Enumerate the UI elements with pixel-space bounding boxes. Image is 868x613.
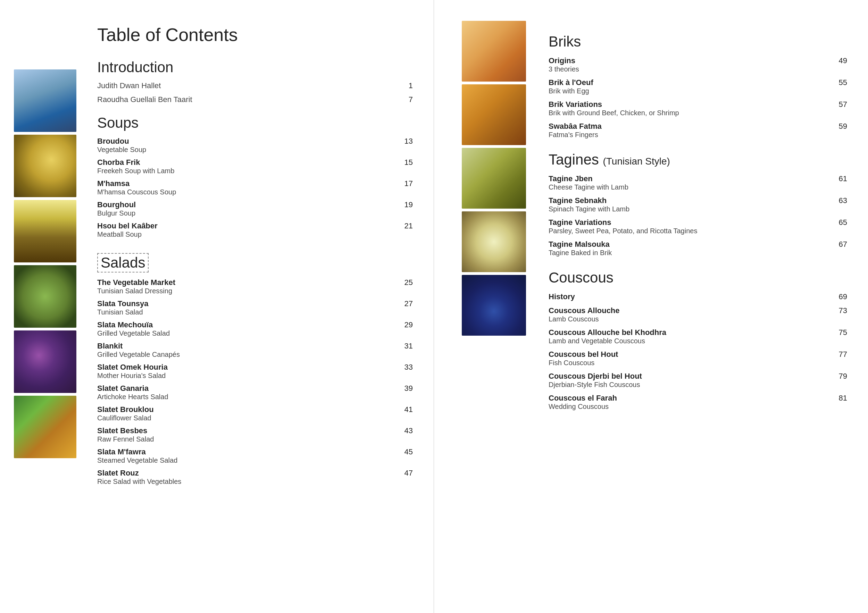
soup-subtitle-4: Meatball Soup — [97, 231, 399, 238]
couscous-title-3: Couscous bel Hout — [549, 350, 833, 359]
right-image-2 — [462, 84, 526, 145]
brik-page-2: 57 — [833, 100, 847, 109]
brik-subtitle-1: Brik with Egg — [549, 87, 833, 95]
salad-page-6: 41 — [399, 405, 413, 414]
soup-page-4: 21 — [399, 221, 413, 231]
right-image-5 — [462, 275, 526, 336]
salad-entry-3: Blankit Grilled Vegetable Canapés 31 — [97, 342, 413, 359]
intro-entry-2: Raoudha Guellali Ben Taarit 7 — [97, 95, 413, 104]
soup-entry-2: M'hamsa M'hamsa Couscous Soup 17 — [97, 179, 413, 196]
brik-subtitle-2: Brik with Ground Beef, Chicken, or Shrim… — [549, 109, 833, 117]
couscous-page-1: 73 — [833, 306, 847, 315]
tagine-page-2: 65 — [833, 218, 847, 227]
salad-entry-0: The Vegetable Market Tunisian Salad Dres… — [97, 278, 413, 295]
image-6 — [14, 396, 76, 458]
brik-page-1: 55 — [833, 78, 847, 87]
salad-title-1: Slata Tounsya — [97, 299, 399, 308]
intro-page-1: 1 — [409, 81, 413, 90]
right-image-1 — [462, 21, 526, 82]
soup-entry-3: Bourghoul Bulgur Soup 19 — [97, 200, 413, 217]
salads-section: Salads The Vegetable Market Tunisian Sal… — [97, 243, 413, 486]
salad-page-2: 29 — [399, 320, 413, 330]
salad-page-5: 39 — [399, 384, 413, 393]
couscous-entry-5: Couscous el Farah Wedding Couscous 81 — [549, 394, 847, 411]
intro-name-2: Raoudha Guellali Ben Taarit — [97, 95, 192, 104]
salad-title-4: Slatet Omek Houria — [97, 363, 399, 372]
intro-entry-1: Judith Dwan Hallet 1 — [97, 81, 413, 90]
soup-subtitle-2: M'hamsa Couscous Soup — [97, 188, 399, 196]
right-image-4 — [462, 211, 526, 272]
salad-subtitle-1: Tunisian Salad — [97, 308, 399, 316]
salad-page-7: 43 — [399, 426, 413, 435]
tagine-subtitle-0: Cheese Tagine with Lamb — [549, 183, 833, 191]
salad-entry-5: Slatet Ganaria Artichoke Hearts Salad 39 — [97, 384, 413, 401]
soup-page-0: 13 — [399, 137, 413, 146]
introduction-heading: Introduction — [97, 59, 413, 76]
salad-title-3: Blankit — [97, 342, 399, 351]
salad-subtitle-8: Steamed Vegetable Salad — [97, 457, 399, 464]
tagine-entry-0: Tagine Jben Cheese Tagine with Lamb 61 — [549, 174, 847, 191]
tagine-subtitle-3: Tagine Baked in Brik — [549, 249, 833, 257]
couscous-title-1: Couscous Allouche — [549, 306, 833, 315]
salad-entry-9: Slatet Rouz Rice Salad with Vegetables 4… — [97, 469, 413, 486]
salad-entry-8: Slata M'fawra Steamed Vegetable Salad 45 — [97, 447, 413, 464]
couscous-entry-0: History 69 — [549, 292, 847, 301]
couscous-title-2: Couscous Allouche bel Khodhra — [549, 328, 833, 337]
soup-page-3: 19 — [399, 200, 413, 209]
tagine-entry-2: Tagine Variations Parsley, Sweet Pea, Po… — [549, 218, 847, 235]
soup-entry-0: Broudou Vegetable Soup 13 — [97, 137, 413, 154]
couscous-page-2: 75 — [833, 328, 847, 337]
salads-heading: Salads — [97, 253, 149, 272]
salad-entry-6: Slatet Brouklou Cauliflower Salad 41 — [97, 405, 413, 422]
salad-subtitle-2: Grilled Vegetable Salad — [97, 330, 399, 337]
soup-title-1: Chorba Frik — [97, 158, 399, 167]
tagine-entry-3: Tagine Malsouka Tagine Baked in Brik 67 — [549, 240, 847, 257]
soup-subtitle-3: Bulgur Soup — [97, 209, 399, 217]
toc-content: Table of Contents Introduction Judith Dw… — [83, 21, 413, 592]
couscous-subtitle-5: Wedding Couscous — [549, 402, 833, 411]
tagines-heading-sub: (Tunisian Style) — [603, 156, 670, 167]
brik-subtitle-3: Fatma's Fingers — [549, 131, 833, 139]
salad-title-7: Slatet Besbes — [97, 426, 399, 435]
tagines-heading: Tagines (Tunisian Style) — [549, 151, 847, 168]
couscous-subtitle-3: Fish Couscous — [549, 359, 833, 367]
tagine-page-0: 61 — [833, 174, 847, 183]
soup-entry-1: Chorba Frik Freekeh Soup with Lamb 15 — [97, 158, 413, 175]
soups-heading: Soups — [97, 115, 413, 131]
tagine-subtitle-1: Spinach Tagine with Lamb — [549, 205, 833, 213]
tagines-section: Tagines (Tunisian Style) Tagine Jben Che… — [549, 151, 847, 257]
couscous-page-5: 81 — [833, 394, 847, 402]
salad-title-2: Slata Mechouïa — [97, 320, 399, 330]
salad-subtitle-9: Rice Salad with Vegetables — [97, 478, 399, 486]
salad-subtitle-5: Artichoke Hearts Salad — [97, 393, 399, 401]
right-image-column — [462, 21, 531, 592]
brik-entry-0: Origins 3 theories 49 — [549, 56, 847, 73]
briks-heading: Briks — [549, 33, 847, 50]
salad-entry-1: Slata Tounsya Tunisian Salad 27 — [97, 299, 413, 316]
couscous-entry-1: Couscous Allouche Lamb Couscous 73 — [549, 306, 847, 323]
couscous-page-3: 77 — [833, 350, 847, 359]
brik-entry-1: Brik à l'Oeuf Brik with Egg 55 — [549, 78, 847, 95]
right-toc-content: Briks Origins 3 theories 49 Brik à l'Oeu… — [531, 21, 847, 592]
salad-entry-7: Slatet Besbes Raw Fennel Salad 43 — [97, 426, 413, 443]
couscous-section: Couscous History 69 Couscous Allouche La… — [549, 269, 847, 411]
image-5 — [14, 330, 76, 393]
soup-page-2: 17 — [399, 179, 413, 188]
brik-subtitle-0: 3 theories — [549, 65, 833, 73]
tagine-entry-1: Tagine Sebnakh Spinach Tagine with Lamb … — [549, 196, 847, 213]
salad-title-5: Slatet Ganaria — [97, 384, 399, 393]
couscous-page-4: 79 — [833, 372, 847, 381]
brik-title-0: Origins — [549, 56, 833, 65]
brik-title-1: Brik à l'Oeuf — [549, 78, 833, 87]
couscous-subtitle-4: Djerbian-Style Fish Couscous — [549, 381, 833, 389]
tagine-subtitle-2: Parsley, Sweet Pea, Potato, and Ricotta … — [549, 227, 833, 235]
soup-page-1: 15 — [399, 158, 413, 167]
salad-title-8: Slata M'fawra — [97, 447, 399, 457]
salad-page-3: 31 — [399, 342, 413, 351]
tagine-title-2: Tagine Variations — [549, 218, 833, 227]
tagine-title-0: Tagine Jben — [549, 174, 833, 183]
salad-title-9: Slatet Rouz — [97, 469, 399, 478]
soup-title-3: Bourghoul — [97, 200, 399, 209]
salad-title-6: Slatet Brouklou — [97, 405, 399, 414]
soup-subtitle-1: Freekeh Soup with Lamb — [97, 167, 399, 175]
